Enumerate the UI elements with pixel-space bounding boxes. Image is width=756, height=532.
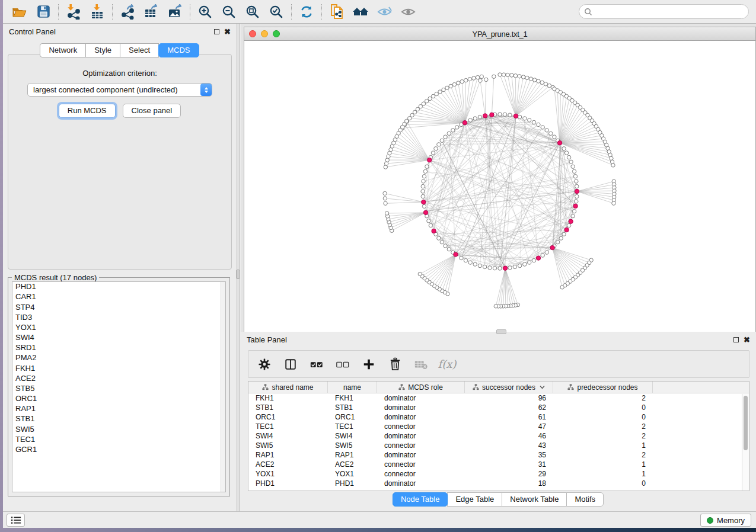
select-all-button[interactable] <box>308 354 326 374</box>
cell-successor_nodes[interactable]: 61 <box>465 412 553 422</box>
network-node[interactable] <box>547 84 551 87</box>
network-node[interactable] <box>451 129 455 132</box>
tab-style[interactable]: Style <box>85 43 120 57</box>
tab-edge-table[interactable]: Edge Table <box>447 492 502 507</box>
network-node[interactable] <box>562 232 566 236</box>
cell-name[interactable]: STB1 <box>328 403 377 412</box>
network-node[interactable] <box>421 184 425 188</box>
cell-shared_name[interactable]: YOX1 <box>248 469 328 479</box>
network-node[interactable] <box>425 99 428 102</box>
cell-predecessor_nodes[interactable]: 2 <box>553 393 653 403</box>
network-node[interactable] <box>537 79 540 83</box>
cell-mcds_role[interactable]: dominator <box>377 450 465 460</box>
network-node[interactable] <box>492 75 496 78</box>
network-node[interactable] <box>518 115 521 118</box>
network-node[interactable] <box>431 151 435 155</box>
tab-network[interactable]: Network <box>40 43 86 57</box>
network-node[interactable] <box>444 244 447 248</box>
network-node[interactable] <box>419 104 422 108</box>
network-node[interactable] <box>473 262 477 266</box>
network-node[interactable] <box>468 261 472 264</box>
network-node[interactable] <box>513 265 516 268</box>
open-session-button[interactable] <box>8 2 31 21</box>
tab-mcds[interactable]: MCDS <box>158 43 199 57</box>
dominator-node[interactable] <box>432 229 436 233</box>
network-node[interactable] <box>572 169 576 173</box>
cell-predecessor_nodes[interactable]: 1 <box>553 460 653 469</box>
mcds-result-item[interactable]: YOX1 <box>12 323 225 333</box>
network-node[interactable] <box>567 223 570 227</box>
table-row[interactable]: ACE2ACE2connector311 <box>248 460 749 469</box>
zoom-in-button[interactable] <box>193 2 217 21</box>
dominator-node[interactable] <box>503 266 507 270</box>
cell-shared_name[interactable]: TEC1 <box>248 422 328 431</box>
table-row[interactable]: YOX1YOX1connector291 <box>248 469 749 479</box>
network-node[interactable] <box>457 81 460 85</box>
show-panels-button[interactable] <box>7 514 25 527</box>
tab-node-table[interactable]: Node Table <box>393 492 448 507</box>
add-column-button[interactable] <box>360 354 378 374</box>
network-node[interactable] <box>468 77 471 81</box>
network-node[interactable] <box>611 164 615 167</box>
network-node[interactable] <box>460 79 464 83</box>
criterion-select[interactable]: largest connected component (undirected) <box>27 83 212 97</box>
cell-shared_name[interactable]: SWI4 <box>248 431 328 441</box>
network-node[interactable] <box>384 201 387 205</box>
mcds-result-item[interactable]: PMA2 <box>12 353 225 363</box>
zoom-fit-button[interactable] <box>241 2 264 21</box>
network-node[interactable] <box>410 113 414 117</box>
run-mcds-button[interactable]: Run MCDS <box>59 104 116 118</box>
network-node[interactable] <box>383 197 387 200</box>
network-node[interactable] <box>422 180 425 183</box>
network-node[interactable] <box>513 74 517 78</box>
network-node[interactable] <box>569 160 573 164</box>
dominator-node[interactable] <box>422 200 426 204</box>
network-node[interactable] <box>559 236 563 240</box>
network-node[interactable] <box>518 264 521 267</box>
cell-mcds_role[interactable]: dominator <box>377 403 465 412</box>
network-node[interactable] <box>437 143 441 146</box>
close-panel-icon[interactable]: ✖ <box>744 336 750 344</box>
network-node[interactable] <box>473 117 477 120</box>
network-view[interactable] <box>244 41 755 331</box>
duplicate-page-button[interactable] <box>325 2 349 21</box>
column-header-shared-name[interactable]: shared name <box>248 382 328 393</box>
network-node[interactable] <box>442 88 445 91</box>
mcds-result-item[interactable]: SRD1 <box>12 343 225 353</box>
export-network-button[interactable] <box>116 2 139 21</box>
table-row[interactable]: SWI4SWI4dominator462 <box>248 431 749 441</box>
network-node[interactable] <box>447 132 451 135</box>
table-row[interactable]: TEC1TEC1connector472 <box>248 422 749 431</box>
table-row[interactable]: STB1STB1dominator620 <box>248 403 749 412</box>
cell-shared_name[interactable]: STB1 <box>248 403 328 412</box>
mcds-result-item[interactable]: ACE2 <box>12 374 225 384</box>
cell-predecessor_nodes[interactable]: 2 <box>553 450 653 460</box>
mcds-result-item[interactable]: TID3 <box>12 313 225 323</box>
cell-successor_nodes[interactable]: 62 <box>465 403 553 412</box>
cell-mcds_role[interactable]: connector <box>377 441 465 450</box>
cell-name[interactable]: SWI4 <box>328 431 377 441</box>
network-node[interactable] <box>532 120 535 124</box>
network-node[interactable] <box>416 107 419 111</box>
network-node[interactable] <box>498 267 502 270</box>
network-node[interactable] <box>437 236 441 240</box>
network-node[interactable] <box>545 251 548 254</box>
mcds-result-item[interactable]: TEC1 <box>12 435 225 445</box>
float-panel-icon[interactable] <box>733 337 739 342</box>
node-table[interactable]: shared namenameMCDS rolesuccessor nodesp… <box>248 381 749 491</box>
network-node[interactable] <box>440 139 444 142</box>
network-node[interactable] <box>503 113 506 116</box>
cell-mcds_role[interactable]: dominator <box>377 412 465 422</box>
network-node[interactable] <box>468 118 472 122</box>
network-node[interactable] <box>478 115 481 118</box>
network-node[interactable] <box>506 73 509 76</box>
import-network-button[interactable] <box>62 2 85 21</box>
network-node[interactable] <box>421 194 425 198</box>
network-node[interactable] <box>385 211 388 215</box>
network-node[interactable] <box>429 223 432 227</box>
mcds-result-item[interactable]: GCR1 <box>12 445 225 455</box>
mcds-result-item[interactable]: STB1 <box>12 414 225 424</box>
network-node[interactable] <box>508 266 512 270</box>
network-node[interactable] <box>480 75 483 78</box>
network-node[interactable] <box>610 160 614 164</box>
